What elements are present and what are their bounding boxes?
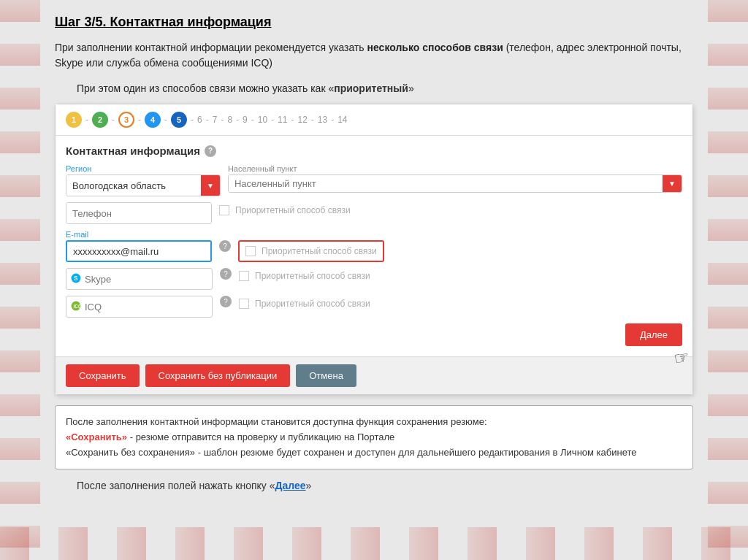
step-num-11[interactable]: 11 (278, 115, 287, 125)
step-4[interactable]: 4 (145, 112, 161, 128)
svg-text:ICQ: ICQ (74, 303, 82, 309)
skype-field-group: S (66, 268, 213, 290)
region-label: Регион (66, 164, 221, 173)
hint-end: » (408, 83, 414, 94)
step-circle-4: 4 (145, 112, 161, 128)
intro-text-bold: несколько способов связи (367, 42, 503, 53)
icq-priority-label: Приоритетный способ связи (255, 299, 370, 309)
info-text-save: «Сохранить» - резюме отправится на прове… (66, 430, 682, 445)
email-priority-box: Приоритетный способ связи (238, 240, 384, 262)
region-input[interactable] (66, 175, 201, 196)
phone-field-group (66, 202, 212, 224)
save-no-pub-button[interactable]: Сохранить без публикации (145, 364, 291, 387)
step-circle-2: 2 (92, 112, 108, 128)
email-priority-area: Приоритетный способ связи (238, 230, 384, 262)
step-3[interactable]: 3 (118, 112, 134, 128)
icq-priority-area: Приоритетный способ связи (239, 296, 370, 309)
intro-paragraph: При заполнении контактной информации рек… (55, 40, 693, 71)
region-dropdown-button[interactable]: ▼ (201, 175, 220, 196)
page-title: Шаг 3/5. Контактная информация (55, 15, 693, 30)
info-save-text: - резюме отправится на проверку и публик… (127, 431, 394, 442)
cancel-button[interactable]: Отмена (296, 364, 356, 387)
step-circle-1: 1 (66, 112, 82, 128)
footer-text-before: После заполнения полей нажать кнопку « (77, 480, 275, 491)
skype-help-icon[interactable]: ? (220, 268, 232, 280)
icq-priority-checkbox[interactable] (239, 299, 249, 309)
step-circle-5: 5 (171, 112, 187, 128)
icq-input-container: ICQ (66, 296, 213, 318)
footer-link-label: Далее (275, 480, 306, 491)
email-priority-label: Приоритетный способ связи (262, 246, 377, 256)
form-section-title: Контактная информация ? (66, 145, 682, 157)
skype-priority-label: Приоритетный способ связи (255, 271, 370, 281)
step-sep-4: - (164, 115, 167, 125)
phone-row: Приоритетный способ связи (66, 202, 682, 224)
skype-priority-checkbox[interactable] (239, 271, 249, 281)
naselenny-field-group: Населенный пункт ▼ (228, 164, 682, 193)
naselenny-dropdown-button[interactable]: ▼ (663, 175, 682, 192)
info-text-save-no-pub: «Сохранить без сохранения» - шаблон резю… (66, 445, 682, 461)
email-help-icon[interactable]: ? (219, 240, 231, 252)
step-5[interactable]: 5 (171, 112, 187, 128)
floral-border-bottom (0, 527, 748, 560)
region-input-container: ▼ (66, 174, 221, 196)
step-2[interactable]: 2 (92, 112, 108, 128)
step-num-12[interactable]: 12 (297, 115, 307, 125)
priority-hint: При этом один из способов связи можно ук… (77, 81, 693, 96)
skype-input[interactable] (85, 274, 207, 285)
skype-icon: S (71, 273, 81, 285)
info-box: После заполнения контактной информации с… (55, 405, 693, 469)
save-button[interactable]: Сохранить (66, 364, 140, 387)
step-num-6[interactable]: 6 (197, 115, 202, 125)
naselenny-input[interactable] (229, 175, 663, 192)
skype-help-area: ? (220, 268, 232, 280)
step-num-10[interactable]: 10 (258, 115, 267, 125)
phone-input[interactable] (66, 203, 211, 223)
footer-text-after: » (306, 480, 312, 491)
skype-input-container: S (66, 268, 213, 290)
email-help-area: ? (219, 230, 231, 252)
step-circle-3: 3 (118, 112, 134, 128)
icq-icon: ICQ (71, 301, 81, 313)
phone-priority-area: Приоритетный способ связи (219, 202, 351, 215)
info-text-line1: После заполнения контактной информации с… (66, 415, 682, 430)
skype-row: S ? Приоритетный способ связи (66, 268, 682, 290)
next-button[interactable]: Далее (625, 323, 682, 346)
hint-start: При этом один из способов связи можно ук… (77, 83, 334, 94)
steps-bar: 1 - 2 - 3 - 4 - 5 - 6 - (56, 104, 692, 136)
phone-input-container (66, 202, 212, 224)
step-sep-2: - (112, 115, 115, 125)
step-num-7[interactable]: 7 (213, 115, 218, 125)
next-button-row: Далее ☞ (66, 323, 682, 346)
step-num-8[interactable]: 8 (227, 115, 232, 125)
skype-priority-area: Приоритетный способ связи (239, 268, 370, 281)
footer-text: После заполнения полей нажать кнопку «Да… (77, 480, 693, 491)
step-num-14[interactable]: 14 (337, 115, 347, 125)
region-row: Регион ▼ Населенный пункт ▼ (66, 164, 682, 196)
icq-input[interactable] (85, 302, 207, 312)
icq-help-icon[interactable]: ? (220, 296, 232, 307)
ui-panel: 1 - 2 - 3 - 4 - 5 - 6 - (55, 104, 693, 395)
step-sep-3: - (138, 115, 141, 125)
info-save-label: «Сохранить» (66, 431, 127, 442)
phone-priority-checkbox[interactable] (219, 205, 229, 215)
intro-text-start: При заполнении контактной информации рек… (55, 42, 367, 53)
icq-row: ICQ ? Приоритетный способ связи (66, 296, 682, 318)
info-save-no-pub-label: «Сохранить без сохранения» (66, 447, 195, 458)
floral-border-right (708, 0, 748, 560)
email-input[interactable] (67, 242, 210, 261)
action-buttons-row: Сохранить Сохранить без публикации Отмен… (56, 356, 692, 394)
step-1[interactable]: 1 (66, 112, 82, 128)
hint-bold: приоритетный (334, 83, 408, 94)
email-label: E-mail (66, 230, 212, 239)
email-field-group: E-mail (66, 230, 212, 262)
phone-priority-label: Приоритетный способ связи (235, 205, 351, 215)
region-field-group: Регион ▼ (66, 164, 221, 196)
email-priority-checkbox[interactable] (245, 246, 256, 256)
step-num-9[interactable]: 9 (243, 115, 248, 125)
section-help-icon[interactable]: ? (205, 145, 216, 157)
email-row: E-mail ? Приоритетный способ связи (66, 230, 682, 262)
email-input-container (66, 240, 212, 262)
floral-border-left (0, 0, 40, 560)
step-num-13[interactable]: 13 (318, 115, 327, 125)
